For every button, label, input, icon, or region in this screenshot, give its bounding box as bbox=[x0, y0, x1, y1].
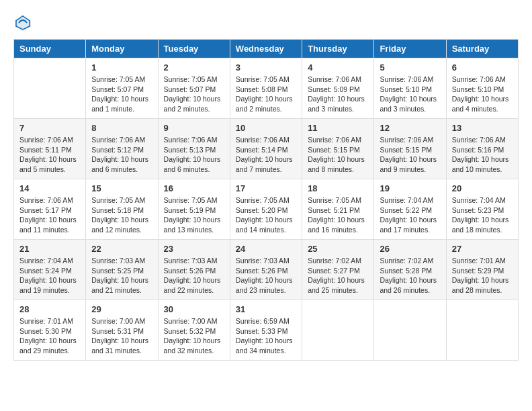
day-info: Sunrise: 7:06 AM Sunset: 5:10 PM Dayligh… bbox=[380, 75, 440, 114]
day-number: 21 bbox=[19, 244, 80, 254]
calendar-cell: 5Sunrise: 7:06 AM Sunset: 5:10 PM Daylig… bbox=[374, 58, 446, 119]
day-number: 28 bbox=[19, 304, 80, 314]
day-info: Sunrise: 7:01 AM Sunset: 5:29 PM Dayligh… bbox=[452, 256, 513, 295]
day-info: Sunrise: 7:00 AM Sunset: 5:32 PM Dayligh… bbox=[164, 316, 224, 356]
day-info: Sunrise: 7:05 AM Sunset: 5:19 PM Dayligh… bbox=[164, 195, 224, 235]
calendar-cell: 29Sunrise: 7:00 AM Sunset: 5:31 PM Dayli… bbox=[86, 300, 158, 361]
calendar-cell: 1Sunrise: 7:05 AM Sunset: 5:07 PM Daylig… bbox=[86, 58, 158, 119]
day-number: 13 bbox=[452, 123, 513, 133]
calendar-cell bbox=[446, 300, 518, 361]
day-number: 23 bbox=[164, 244, 224, 254]
calendar-cell: 22Sunrise: 7:03 AM Sunset: 5:25 PM Dayli… bbox=[86, 240, 158, 300]
calendar-cell: 24Sunrise: 7:03 AM Sunset: 5:26 PM Dayli… bbox=[230, 240, 302, 300]
week-row-1: 1Sunrise: 7:05 AM Sunset: 5:07 PM Daylig… bbox=[14, 58, 519, 119]
calendar-cell: 8Sunrise: 7:06 AM Sunset: 5:12 PM Daylig… bbox=[86, 119, 158, 179]
day-number: 16 bbox=[164, 183, 224, 193]
day-number: 22 bbox=[91, 244, 152, 254]
day-info: Sunrise: 7:05 AM Sunset: 5:08 PM Dayligh… bbox=[236, 75, 296, 114]
calendar-cell bbox=[374, 300, 446, 361]
day-info: Sunrise: 7:01 AM Sunset: 5:30 PM Dayligh… bbox=[19, 316, 80, 356]
calendar-cell: 11Sunrise: 7:06 AM Sunset: 5:15 PM Dayli… bbox=[302, 119, 374, 179]
day-number: 1 bbox=[91, 62, 152, 73]
calendar-cell: 20Sunrise: 7:04 AM Sunset: 5:23 PM Dayli… bbox=[446, 179, 518, 240]
calendar-cell: 10Sunrise: 7:06 AM Sunset: 5:14 PM Dayli… bbox=[230, 119, 302, 179]
day-number: 3 bbox=[236, 62, 296, 73]
header-day-monday: Monday bbox=[86, 40, 158, 58]
day-info: Sunrise: 7:06 AM Sunset: 5:15 PM Dayligh… bbox=[380, 135, 440, 175]
header-day-wednesday: Wednesday bbox=[230, 40, 302, 58]
calendar-cell bbox=[14, 58, 86, 119]
week-row-5: 28Sunrise: 7:01 AM Sunset: 5:30 PM Dayli… bbox=[14, 300, 519, 361]
day-info: Sunrise: 7:03 AM Sunset: 5:26 PM Dayligh… bbox=[236, 256, 296, 295]
day-number: 18 bbox=[308, 183, 368, 193]
day-info: Sunrise: 7:06 AM Sunset: 5:11 PM Dayligh… bbox=[19, 135, 80, 175]
day-info: Sunrise: 7:05 AM Sunset: 5:21 PM Dayligh… bbox=[308, 195, 368, 235]
day-number: 25 bbox=[308, 244, 368, 254]
week-row-2: 7Sunrise: 7:06 AM Sunset: 5:11 PM Daylig… bbox=[14, 119, 519, 179]
day-number: 30 bbox=[164, 304, 224, 314]
calendar-cell: 23Sunrise: 7:03 AM Sunset: 5:26 PM Dayli… bbox=[158, 240, 230, 300]
day-number: 10 bbox=[236, 123, 296, 133]
calendar-cell: 31Sunrise: 6:59 AM Sunset: 5:33 PM Dayli… bbox=[230, 300, 302, 361]
calendar-cell: 3Sunrise: 7:05 AM Sunset: 5:08 PM Daylig… bbox=[230, 58, 302, 119]
day-number: 19 bbox=[380, 183, 440, 193]
calendar-cell: 15Sunrise: 7:05 AM Sunset: 5:18 PM Dayli… bbox=[86, 179, 158, 240]
day-number: 31 bbox=[236, 304, 296, 314]
day-number: 15 bbox=[91, 183, 152, 193]
week-row-4: 21Sunrise: 7:04 AM Sunset: 5:24 PM Dayli… bbox=[14, 240, 519, 300]
calendar-cell: 16Sunrise: 7:05 AM Sunset: 5:19 PM Dayli… bbox=[158, 179, 230, 240]
header-row: SundayMondayTuesdayWednesdayThursdayFrid… bbox=[14, 40, 519, 58]
day-number: 12 bbox=[380, 123, 440, 133]
day-info: Sunrise: 7:04 AM Sunset: 5:24 PM Dayligh… bbox=[19, 256, 80, 295]
day-info: Sunrise: 7:06 AM Sunset: 5:17 PM Dayligh… bbox=[19, 195, 80, 235]
day-number: 2 bbox=[164, 62, 224, 73]
calendar-cell: 30Sunrise: 7:00 AM Sunset: 5:32 PM Dayli… bbox=[158, 300, 230, 361]
day-info: Sunrise: 7:00 AM Sunset: 5:31 PM Dayligh… bbox=[91, 316, 152, 356]
day-number: 11 bbox=[308, 123, 368, 133]
calendar-cell: 25Sunrise: 7:02 AM Sunset: 5:27 PM Dayli… bbox=[302, 240, 374, 300]
calendar-cell: 17Sunrise: 7:05 AM Sunset: 5:20 PM Dayli… bbox=[230, 179, 302, 240]
calendar-table: SundayMondayTuesdayWednesdayThursdayFrid… bbox=[13, 39, 519, 361]
day-number: 4 bbox=[308, 62, 368, 73]
day-number: 17 bbox=[236, 183, 296, 193]
header bbox=[13, 13, 519, 32]
header-day-saturday: Saturday bbox=[446, 40, 518, 58]
day-number: 27 bbox=[452, 244, 513, 254]
calendar-cell: 6Sunrise: 7:06 AM Sunset: 5:10 PM Daylig… bbox=[446, 58, 518, 119]
calendar-cell: 13Sunrise: 7:06 AM Sunset: 5:16 PM Dayli… bbox=[446, 119, 518, 179]
calendar-cell: 18Sunrise: 7:05 AM Sunset: 5:21 PM Dayli… bbox=[302, 179, 374, 240]
day-number: 9 bbox=[164, 123, 224, 133]
day-number: 7 bbox=[19, 123, 80, 133]
day-number: 26 bbox=[380, 244, 440, 254]
day-info: Sunrise: 7:06 AM Sunset: 5:16 PM Dayligh… bbox=[452, 135, 513, 175]
day-number: 5 bbox=[380, 62, 440, 73]
day-info: Sunrise: 7:02 AM Sunset: 5:28 PM Dayligh… bbox=[380, 256, 440, 295]
day-info: Sunrise: 7:05 AM Sunset: 5:07 PM Dayligh… bbox=[164, 75, 224, 114]
day-info: Sunrise: 7:06 AM Sunset: 5:12 PM Dayligh… bbox=[91, 135, 152, 175]
calendar-cell: 7Sunrise: 7:06 AM Sunset: 5:11 PM Daylig… bbox=[14, 119, 86, 179]
svg-marker-0 bbox=[15, 15, 31, 31]
calendar-cell: 4Sunrise: 7:06 AM Sunset: 5:09 PM Daylig… bbox=[302, 58, 374, 119]
week-row-3: 14Sunrise: 7:06 AM Sunset: 5:17 PM Dayli… bbox=[14, 179, 519, 240]
calendar-cell: 27Sunrise: 7:01 AM Sunset: 5:29 PM Dayli… bbox=[446, 240, 518, 300]
calendar-cell: 19Sunrise: 7:04 AM Sunset: 5:22 PM Dayli… bbox=[374, 179, 446, 240]
day-info: Sunrise: 7:05 AM Sunset: 5:07 PM Dayligh… bbox=[91, 75, 152, 114]
day-info: Sunrise: 7:06 AM Sunset: 5:14 PM Dayligh… bbox=[236, 135, 296, 175]
calendar-cell: 26Sunrise: 7:02 AM Sunset: 5:28 PM Dayli… bbox=[374, 240, 446, 300]
header-day-sunday: Sunday bbox=[14, 40, 86, 58]
calendar-cell: 21Sunrise: 7:04 AM Sunset: 5:24 PM Dayli… bbox=[14, 240, 86, 300]
day-info: Sunrise: 7:04 AM Sunset: 5:23 PM Dayligh… bbox=[452, 195, 513, 235]
calendar-cell: 12Sunrise: 7:06 AM Sunset: 5:15 PM Dayli… bbox=[374, 119, 446, 179]
header-day-thursday: Thursday bbox=[302, 40, 374, 58]
calendar-cell: 14Sunrise: 7:06 AM Sunset: 5:17 PM Dayli… bbox=[14, 179, 86, 240]
day-info: Sunrise: 7:06 AM Sunset: 5:15 PM Dayligh… bbox=[308, 135, 368, 175]
day-number: 6 bbox=[452, 62, 513, 73]
day-info: Sunrise: 7:06 AM Sunset: 5:10 PM Dayligh… bbox=[452, 75, 513, 114]
day-info: Sunrise: 6:59 AM Sunset: 5:33 PM Dayligh… bbox=[236, 316, 296, 356]
day-info: Sunrise: 7:06 AM Sunset: 5:13 PM Dayligh… bbox=[164, 135, 224, 175]
logo bbox=[13, 13, 35, 32]
day-number: 14 bbox=[19, 183, 80, 193]
day-info: Sunrise: 7:05 AM Sunset: 5:20 PM Dayligh… bbox=[236, 195, 296, 235]
day-info: Sunrise: 7:06 AM Sunset: 5:09 PM Dayligh… bbox=[308, 75, 368, 114]
day-number: 29 bbox=[91, 304, 152, 314]
